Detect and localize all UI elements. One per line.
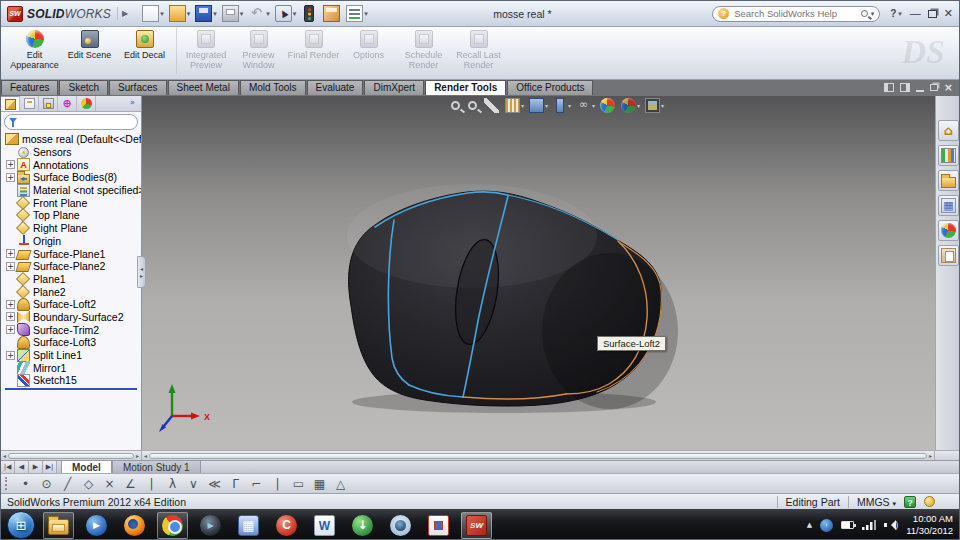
tree-item[interactable]: + Split Line1: [3, 349, 141, 362]
panel-tab[interactable]: [77, 96, 96, 111]
taskbar-app-button[interactable]: [309, 512, 340, 539]
panel-tabs-overflow-chevron[interactable]: »: [126, 98, 139, 107]
dropdown-caret-icon[interactable]: ▾: [637, 102, 640, 109]
polygon-tool-icon[interactable]: ◇: [78, 475, 99, 493]
previous-tab-button[interactable]: ◀: [15, 461, 29, 473]
final-render-button[interactable]: Final Render: [286, 27, 341, 75]
viewport-horizontal-scrollbar[interactable]: ◂▸: [142, 451, 935, 460]
hidden-icons-caret[interactable]: ▲: [807, 521, 812, 529]
circle-tool-icon[interactable]: ⊙: [36, 475, 57, 493]
units-selector[interactable]: MMGS ▾: [857, 496, 896, 508]
menu-flyout-arrow-icon[interactable]: ▶: [117, 7, 132, 20]
tree-item[interactable]: Sensors: [3, 146, 141, 159]
tree-item[interactable]: Origin: [3, 235, 141, 248]
taskbar-app-button[interactable]: [233, 512, 264, 539]
panel-tab[interactable]: [39, 96, 58, 111]
dropdown-caret-icon[interactable]: ▾: [521, 102, 524, 109]
task-pane-button[interactable]: [938, 195, 959, 216]
tree-item[interactable]: + Surface-Plane1: [3, 247, 141, 260]
tree-item[interactable]: + Surface-Loft2: [3, 298, 141, 311]
taskbar-clock[interactable]: 10:00 AM 11/30/2012: [906, 513, 953, 537]
expand-plus-icon[interactable]: +: [6, 312, 15, 321]
document-minimize-button[interactable]: [916, 90, 924, 92]
dropdown-caret-icon[interactable]: ▾: [266, 10, 270, 18]
document-restore-button[interactable]: [930, 84, 938, 91]
expand-plus-icon[interactable]: +: [6, 262, 15, 271]
tree-item[interactable]: Sketch15: [3, 374, 141, 387]
dropdown-caret-icon[interactable]: ▾: [568, 102, 571, 109]
dropdown-caret-icon[interactable]: ▾: [661, 102, 664, 109]
restore-button[interactable]: [928, 10, 937, 18]
trim-tool-icon[interactable]: ×: [99, 475, 120, 493]
first-tab-button[interactable]: |◀: [1, 461, 15, 473]
expand-plus-icon[interactable]: +: [6, 351, 15, 360]
last-tab-button[interactable]: ▶|: [43, 461, 57, 473]
tab-evaluate[interactable]: Evaluate: [307, 80, 364, 95]
search-dropdown-caret-icon[interactable]: ▾: [871, 10, 875, 18]
volume-icon[interactable]: ): [884, 519, 898, 531]
panel-splitter-handle[interactable]: ◂▸: [137, 256, 146, 288]
tab-dimxpert[interactable]: DimXpert: [364, 80, 424, 95]
panel-tab[interactable]: [58, 96, 77, 111]
toolbar-drag-handle[interactable]: [5, 477, 9, 490]
render-options-button[interactable]: Options: [341, 27, 396, 75]
integrated-preview-button[interactable]: Integrated Preview: [176, 27, 231, 75]
tree-item[interactable]: Material <not specified>: [3, 184, 141, 197]
panel-tab[interactable]: [20, 96, 39, 111]
tree-item[interactable]: Surface-Loft3: [3, 336, 141, 349]
solidworks-logo[interactable]: SW SOLIDWORKS: [1, 6, 117, 22]
dropdown-caret-icon[interactable]: ▾: [213, 10, 217, 18]
dropdown-caret-icon[interactable]: ▾: [293, 10, 297, 18]
tree-item[interactable]: + Boundary-Surface2: [3, 311, 141, 324]
schedule-render-button[interactable]: Schedule Render: [396, 27, 451, 75]
task-pane-button[interactable]: [938, 145, 959, 166]
tab-motion-study-1[interactable]: Motion Study 1: [112, 461, 201, 473]
tree-item[interactable]: Top Plane: [3, 209, 141, 222]
angle-dimension-tool-icon[interactable]: ∠: [120, 475, 141, 493]
toolbar-divider[interactable]: |: [267, 475, 288, 493]
expand-plus-icon[interactable]: +: [6, 300, 15, 309]
tab-surfaces[interactable]: Surfaces: [109, 80, 166, 95]
taskbar-app-button[interactable]: [271, 512, 302, 539]
tree-item[interactable]: + Surface-Plane2: [3, 260, 141, 273]
tree-item[interactable]: + Surface-Trim2: [3, 323, 141, 336]
model-canvas[interactable]: X: [142, 96, 935, 450]
task-pane-button[interactable]: [938, 245, 959, 266]
expand-plus-icon[interactable]: +: [6, 173, 15, 182]
construction-geometry-tool-icon[interactable]: ⌐: [246, 475, 267, 493]
help-button[interactable]: ?: [890, 8, 896, 19]
taskbar-app-button[interactable]: [43, 512, 74, 539]
taskbar-app-button[interactable]: [81, 512, 112, 539]
pane-left-toggle-icon[interactable]: [884, 83, 894, 92]
taskbar-app-button[interactable]: [119, 512, 150, 539]
expand-plus-icon[interactable]: +: [6, 249, 15, 258]
mirror-entities-tool-icon[interactable]: ∨: [183, 475, 204, 493]
dropdown-caret-icon[interactable]: ▾: [240, 10, 244, 18]
taskbar-app-button[interactable]: [157, 512, 188, 539]
network-signal-icon[interactable]: [862, 520, 876, 530]
line-tool-icon[interactable]: ╱: [57, 475, 78, 493]
tab-mold-tools[interactable]: Mold Tools: [240, 80, 306, 95]
toolbar-divider[interactable]: |: [141, 475, 162, 493]
search-box[interactable]: ? ▾: [712, 6, 880, 22]
tree-root-item[interactable]: mosse real (Default<<Default>: [3, 133, 141, 146]
status-help-icon[interactable]: ?: [904, 496, 916, 508]
search-icon[interactable]: [861, 10, 868, 17]
tab-render-tools[interactable]: Render Tools: [425, 80, 506, 95]
dropdown-caret-icon[interactable]: ▾: [364, 10, 368, 18]
tree-filter-box[interactable]: [4, 114, 138, 130]
search-input[interactable]: [732, 7, 857, 20]
tree-item[interactable]: Front Plane: [3, 196, 141, 209]
tree-item[interactable]: Mirror1: [3, 361, 141, 374]
preview-window-button[interactable]: Preview Window: [231, 27, 286, 75]
edit-scene-button[interactable]: Edit Scene: [62, 27, 117, 75]
recall-last-render-button[interactable]: Recall Last Render: [451, 27, 506, 75]
graphics-viewport[interactable]: X: [142, 96, 935, 450]
edit-decal-button[interactable]: Edit Decal: [117, 27, 172, 75]
expand-plus-icon[interactable]: +: [6, 160, 15, 169]
edit-appearance-button[interactable]: Edit Appearance: [7, 27, 62, 75]
power-status-icon[interactable]: [820, 519, 833, 532]
dropdown-caret-icon[interactable]: ▾: [187, 10, 191, 18]
spline-tool-icon[interactable]: λ: [162, 475, 183, 493]
tab-office-products[interactable]: Office Products: [507, 80, 593, 95]
